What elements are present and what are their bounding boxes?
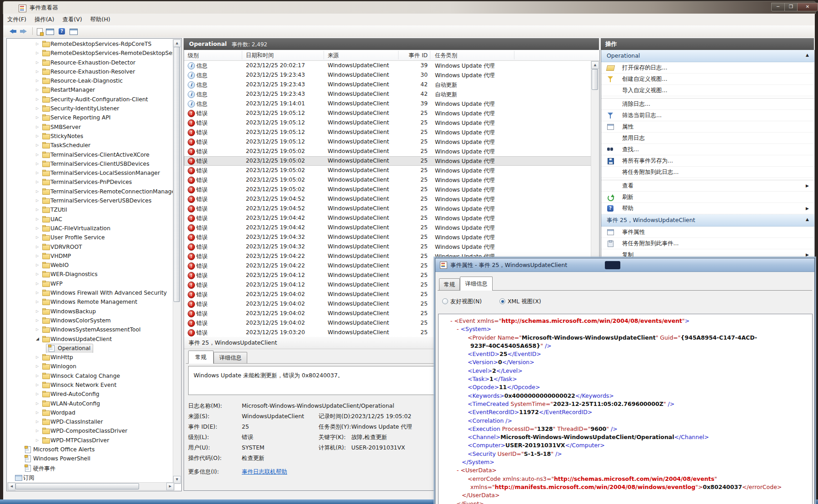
collapse-chevron-icon[interactable]: ▲ [806,53,809,57]
event-row[interactable]: i信息2023/12/25 20:02:17WindowsUpdateClien… [184,61,591,70]
tree-item-restartmanager[interactable]: ▷RestartManager [7,85,173,94]
col-header-source[interactable]: 来源 [328,52,339,59]
action-导入自定义视图[interactable]: 导入自定义视图... [601,85,814,96]
tree-item-wordpad[interactable]: ▷Wordpad [7,408,173,417]
collapsed-chevron-icon[interactable]: ▷ [36,97,40,101]
event-row[interactable]: i信息2023/12/25 19:23:43WindowsUpdateClien… [184,80,591,89]
collapsed-chevron-icon[interactable]: ▷ [36,171,40,175]
event-row[interactable]: !错误2023/12/25 19:04:32WindowsUpdateClien… [184,242,591,252]
tree-scrollbar-thumb-h[interactable] [15,483,139,489]
tree-item-uac-filevirtualization[interactable]: ▷UAC-FileVirtualization [7,224,173,233]
tree-item-wlan-autoconfig[interactable]: ▷WLAN-AutoConfig [7,399,173,408]
tree-item-terminalservices-remoteconnectionmanager[interactable]: ▷TerminalServices-RemoteConnectionManage… [7,187,173,196]
help-icon[interactable]: ? [59,28,65,35]
tree-item--[interactable]: 硬件事件 [7,464,173,473]
back-icon[interactable] [10,29,13,34]
collapsed-chevron-icon[interactable]: ▷ [36,429,40,433]
tree-item-wpd-compositeclassdriver[interactable]: ▷WPD-CompositeClassDriver [7,426,173,435]
collapsed-chevron-icon[interactable]: ▷ [36,106,40,110]
xml-view-box[interactable]: - <Event xmlns="http://schemas.microsoft… [438,314,813,504]
menu-file[interactable]: 文件(F) [3,14,30,26]
tree-item-microsoft-office-alerts[interactable]: Microsoft Office Alerts [7,445,173,454]
online-help-link[interactable]: 事件日志联机帮助 [242,468,287,476]
scroll-up-icon[interactable]: ▲ [173,40,181,47]
collapsed-chevron-icon[interactable]: ▷ [36,300,40,304]
dialog-tab-general[interactable]: 常规 [439,278,460,291]
collapsed-chevron-icon[interactable]: ▷ [36,60,40,64]
collapsed-chevron-icon[interactable]: ▷ [36,115,40,119]
close-button[interactable]: ✕ [797,3,818,11]
tree-item-user-profile-service[interactable]: ▷User Profile Service [7,233,173,242]
event-row[interactable]: i信息2023/12/25 19:14:01WindowsUpdateClien… [184,99,591,109]
collapse-chevron-icon[interactable]: ▲ [806,217,809,222]
tree-item-windowsbackup[interactable]: ▷WindowsBackup [7,307,173,316]
event-row[interactable]: !错误2023/12/25 19:05:12WindowsUpdateClien… [184,137,591,147]
event-row[interactable]: !错误2023/12/25 19:05:02WindowsUpdateClien… [184,175,591,185]
tree-item-windows-powershell[interactable]: Windows PowerShell [7,454,173,463]
tree-item-remotedesktopservices-rdpcorets[interactable]: ▷RemoteDesktopServices-RdpCoreTS [7,40,173,49]
preview-tab-details[interactable]: 详细信息 [214,352,247,364]
collapsed-chevron-icon[interactable]: ▷ [36,392,40,396]
collapsed-chevron-icon[interactable]: ▷ [36,198,40,203]
collapsed-chevron-icon[interactable]: ▷ [36,309,40,313]
action-查看[interactable]: 查看▶ [601,180,814,192]
tree-item-terminalservices-localsessionmanager[interactable]: ▷TerminalServices-LocalSessionManager [7,168,173,178]
collapsed-chevron-icon[interactable]: ▷ [36,208,40,212]
collapsed-chevron-icon[interactable]: ▷ [36,42,40,46]
tree-item-winlogon[interactable]: ▷Winlogon [7,362,173,371]
tree-item-vhdmp[interactable]: ▷VHDMP [7,252,173,261]
action-将所有事件另存为[interactable]: 将所有事件另存为... [601,155,814,167]
tree-item-service-reporting-api[interactable]: ▷Service Reporting API [7,113,173,122]
event-row[interactable]: !错误2023/12/25 19:04:52WindowsUpdateClien… [184,204,591,213]
col-header-datetime[interactable]: 日期和时间 [246,52,274,59]
menu-view[interactable]: 查看(V) [58,14,86,26]
collapsed-chevron-icon[interactable]: ▷ [36,254,40,258]
action-属性[interactable]: 属性 [601,121,814,133]
collapsed-chevron-icon[interactable]: ▷ [36,226,40,230]
console-window-icon[interactable] [46,29,54,35]
export-doc-icon[interactable] [37,28,43,35]
tree-item-smbserver[interactable]: ▷SMBServer [7,123,173,132]
col-header-level[interactable]: 级别 [188,52,199,59]
event-row[interactable]: !错误2023/12/25 19:05:02WindowsUpdateClien… [184,185,591,194]
collapsed-chevron-icon[interactable]: ▷ [36,291,40,295]
window-titlebar[interactable]: 事件查看器 ─ ❐ ✕ [3,1,816,14]
scroll-left-icon[interactable]: ◀ [8,483,15,490]
tree-item-vdrvroot[interactable]: ▷VDRVROOT [7,242,173,252]
tree-item-winsock-catalog-change[interactable]: ▷Winsock Catalog Change [7,371,173,380]
event-row[interactable]: i信息2023/12/25 19:23:43WindowsUpdateClien… [184,70,591,80]
action-筛选当前日志[interactable]: 筛选当前日志... [601,110,814,121]
event-row[interactable]: !错误2023/12/25 19:05:02WindowsUpdateClien… [184,147,591,156]
tree-item-remotedesktopservices-remotedesktopsess[interactable]: ▷RemoteDesktopServices-RemoteDesktopSess [7,49,173,58]
scroll-up-icon[interactable]: ▲ [591,61,599,69]
new-window-icon[interactable] [70,29,78,35]
collapsed-chevron-icon[interactable]: ▷ [36,79,40,83]
tree-item-operational[interactable]: Operational [7,344,173,353]
event-row[interactable]: !错误2023/12/25 19:04:42WindowsUpdateClien… [184,223,591,232]
tree-item-resource-exhaustion-resolver[interactable]: ▷Resource-Exhaustion-Resolver [7,67,173,76]
action-查找[interactable]: 查找... [601,144,814,155]
col-header-eventid[interactable]: 事件 ID [402,52,428,59]
collapsed-chevron-icon[interactable]: ▷ [36,189,40,193]
collapsed-chevron-icon[interactable]: ▷ [36,69,40,74]
tree-item-tzutil[interactable]: ▷TZUtil [7,205,173,214]
collapsed-chevron-icon[interactable]: ▷ [36,327,40,331]
action-将任务附加到此事件[interactable]: 将任务附加到此事件... [601,238,814,249]
tree-item-windowscolorsystem[interactable]: ▷WindowsColorSystem [7,316,173,325]
actions-section-header[interactable]: 事件 25，WindowsUpdateClient▲ [601,214,814,227]
event-row[interactable]: !错误2023/12/25 19:04:42WindowsUpdateClien… [184,213,591,223]
collapsed-chevron-icon[interactable]: ▷ [36,282,40,286]
collapsed-chevron-icon[interactable]: ▷ [36,401,40,405]
event-row[interactable]: !错误2023/12/25 19:05:02WindowsUpdateClien… [184,166,591,175]
tree-item-windowssystemassessmenttool[interactable]: ▷WindowsSystemAssessmentTool [7,325,173,334]
tree-item-windowsupdateclient[interactable]: ◢WindowsUpdateClient [7,335,173,344]
collapsed-chevron-icon[interactable]: ▷ [36,143,40,147]
tree-item-uac[interactable]: ▷UAC [7,215,173,224]
tree-item--[interactable]: 订阅 [7,473,173,482]
col-header-taskcategory[interactable]: 任务类别 [435,52,457,59]
tree-item-resource-exhaustion-detector[interactable]: ▷Resource-Exhaustion-Detector [7,58,173,67]
collapsed-chevron-icon[interactable]: ▷ [36,438,40,442]
collapsed-chevron-icon[interactable]: ▷ [36,383,40,387]
tree-item-wfp[interactable]: ▷WFP [7,279,173,288]
collapsed-chevron-icon[interactable]: ▷ [36,318,40,322]
